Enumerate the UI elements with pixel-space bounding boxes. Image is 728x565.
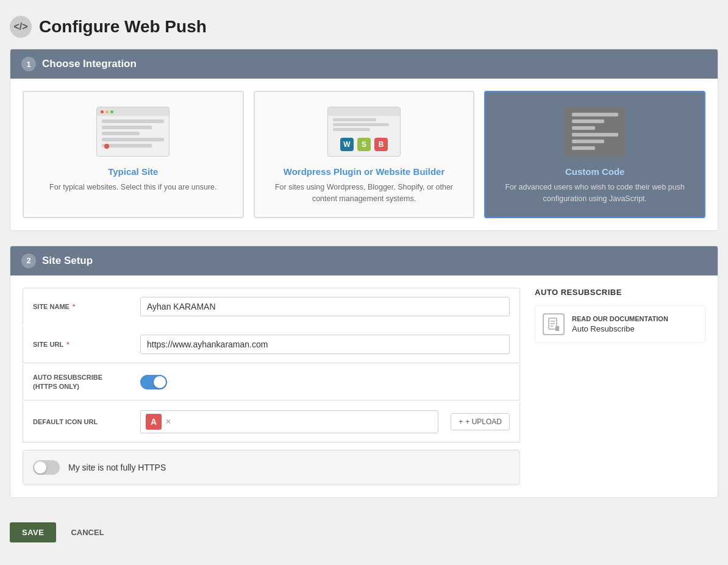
wp-mockup: W S B (327, 107, 401, 157)
auto-resubscribe-panel-title: AUTO RESUBSCRIBE (535, 288, 705, 297)
default-icon-label: DEFAULT ICON URL (33, 418, 130, 425)
site-name-input[interactable] (140, 297, 510, 316)
auto-resubscribe-panel: AUTO RESUBSCRIBE READ OUR DOCUMENTATION (535, 288, 705, 486)
site-setup-section: 2 Site Setup SITE NAME * SITE URL * (10, 246, 718, 499)
auto-resubscribe-toggle[interactable] (140, 375, 167, 389)
integration-card-wordpress[interactable]: W S B Wordpress Plugin or Website Builde… (254, 91, 475, 218)
blogger-icon: B (374, 138, 388, 151)
cancel-button[interactable]: CANCEL (63, 522, 111, 542)
header-icon: </> (10, 16, 32, 38)
section2-title: Site Setup (42, 255, 93, 267)
default-icon-group: DEFAULT ICON URL A ✕ + + UPLOAD (23, 402, 520, 442)
upload-label: + UPLOAD (465, 418, 502, 426)
typical-site-title: Typical Site (34, 166, 233, 177)
section2-header: 2 Site Setup (10, 246, 718, 275)
icon-url-field: A ✕ (140, 410, 438, 433)
svg-rect-4 (555, 326, 559, 331)
site-url-group: SITE URL * (23, 326, 520, 363)
page-title: Configure Web Push (39, 17, 207, 37)
code-mockup (565, 107, 626, 157)
section1-header: 1 Choose Integration (10, 49, 718, 79)
page-header: </> Configure Web Push (10, 10, 718, 49)
doc-link-subtitle: Auto Resubscribe (572, 324, 668, 333)
shopify-icon: S (357, 138, 371, 151)
integration-card-custom[interactable]: Custom Code For advanced users who wish … (484, 91, 705, 218)
dot-yellow (105, 110, 109, 113)
save-button[interactable]: SAVE (10, 522, 56, 542)
browser-mockup-typical (96, 107, 170, 157)
custom-code-desc: For advanced users who wish to code thei… (495, 182, 694, 205)
custom-code-title: Custom Code (495, 166, 694, 177)
typical-site-desc: For typical websites. Select this if you… (34, 182, 233, 193)
wp-icons: W S B (340, 138, 388, 151)
wordpress-card-desc: For sites using Wordpress, Blogger, Shop… (265, 182, 464, 205)
doc-icon (543, 313, 565, 335)
site-name-group: SITE NAME * (23, 288, 520, 325)
custom-code-image (495, 104, 694, 159)
wordpress-image: W S B (265, 104, 464, 159)
page-footer: SAVE CANCEL (10, 513, 718, 542)
section1-title: Choose Integration (42, 58, 137, 70)
site-url-label: SITE URL * (33, 341, 130, 348)
icon-preview: A (146, 414, 162, 430)
site-form: SITE NAME * SITE URL * AUTO RESUBSCRIBE(… (23, 288, 520, 486)
site-name-label: SITE NAME * (33, 303, 130, 310)
https-toggle[interactable] (33, 460, 60, 475)
section2-number: 2 (21, 254, 36, 268)
wordpress-card-title: Wordpress Plugin or Website Builder (265, 166, 464, 177)
section1-number: 1 (21, 57, 36, 71)
integration-card-typical[interactable]: Typical Site For typical websites. Selec… (23, 91, 244, 218)
https-toggle-label: My site is not fully HTTPS (68, 463, 166, 472)
doc-link-text: READ OUR DOCUMENTATION Auto Resubscribe (572, 315, 668, 333)
doc-link-title: READ OUR DOCUMENTATION (572, 315, 668, 322)
integration-cards-container: Typical Site For typical websites. Selec… (10, 79, 718, 230)
site-setup-body: SITE NAME * SITE URL * AUTO RESUBSCRIBE(… (10, 275, 718, 498)
doc-link-card[interactable]: READ OUR DOCUMENTATION Auto Resubscribe (535, 305, 705, 343)
icon-remove-button[interactable]: ✕ (165, 418, 171, 426)
upload-plus-icon: + (459, 418, 463, 426)
https-toggle-row: My site is not fully HTTPS (23, 450, 520, 485)
upload-button[interactable]: + + UPLOAD (451, 413, 510, 430)
auto-resubscribe-label: AUTO RESUBSCRIBE(HTTPS ONLY) (33, 373, 130, 392)
site-url-input[interactable] (140, 335, 510, 354)
auto-resubscribe-group: AUTO RESUBSCRIBE(HTTPS ONLY) (23, 364, 520, 401)
dot-green (110, 110, 113, 113)
choose-integration-section: 1 Choose Integration (10, 49, 718, 231)
dot-red (101, 110, 104, 113)
wordpress-icon: W (340, 138, 354, 151)
typical-site-image (34, 104, 233, 159)
